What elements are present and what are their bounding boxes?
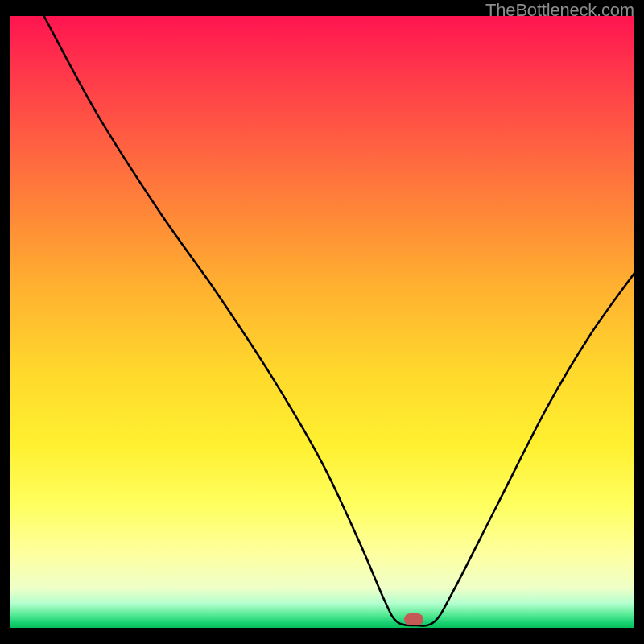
plot-area	[10, 16, 634, 628]
chart-container: TheBottleneck.com	[0, 0, 644, 644]
attribution-text: TheBottleneck.com	[485, 0, 634, 21]
bottleneck-curve	[10, 16, 634, 628]
minimum-marker	[404, 613, 423, 625]
